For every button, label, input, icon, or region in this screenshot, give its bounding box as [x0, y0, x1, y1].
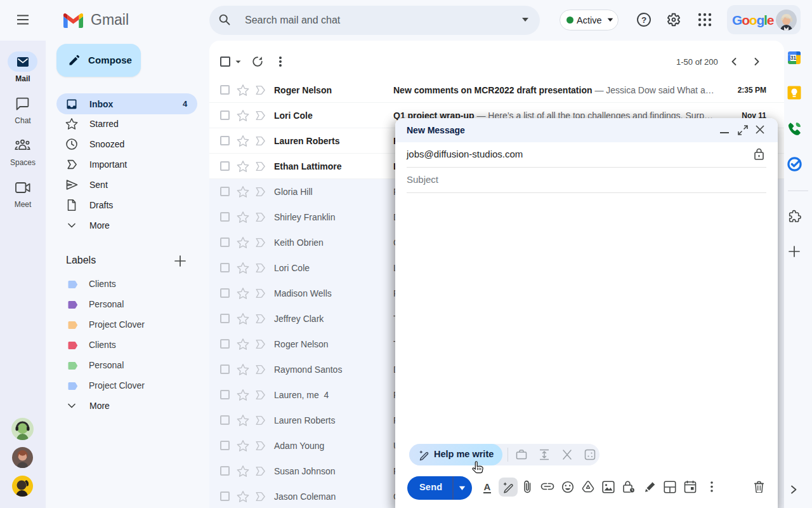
svg-text:A: A [484, 481, 491, 492]
svg-text:?: ? [641, 15, 646, 25]
svg-text:31: 31 [790, 55, 797, 61]
